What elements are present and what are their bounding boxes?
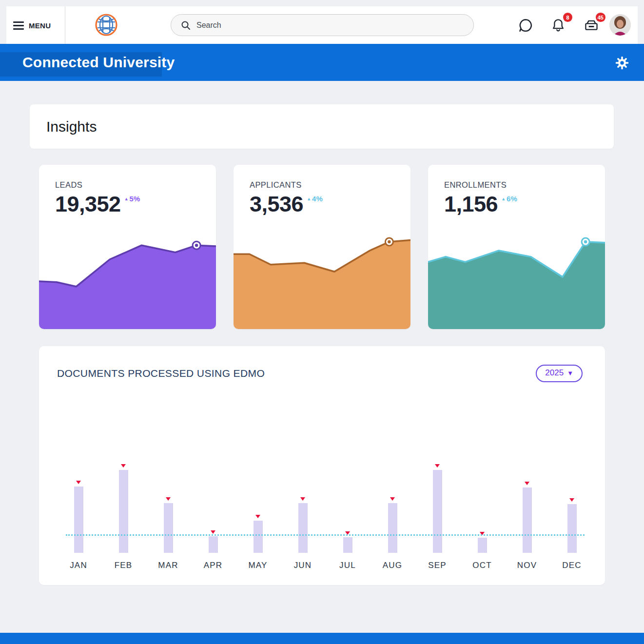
bottom-bar <box>0 633 644 644</box>
bar-label: JUL <box>339 561 356 570</box>
search-icon <box>181 20 191 30</box>
globe-logo <box>94 13 118 37</box>
bar-marker-icon <box>435 464 440 468</box>
bar-column-mar: MAR <box>156 497 181 570</box>
settings-button[interactable] <box>615 56 629 70</box>
bar-column-jan: JAN <box>66 481 91 570</box>
bar-feb <box>119 470 128 553</box>
kpi-value: 3,536 <box>250 193 303 215</box>
bar-marker-icon <box>390 497 395 501</box>
year-dropdown-value: 2025 <box>545 368 564 378</box>
documents-bar-chart: JANFEBMARAPRMAYJUNJULAUGSEPOCTNOVDEC <box>66 407 585 570</box>
bar-column-may: MAY <box>245 515 271 570</box>
bar-label: AUG <box>383 561 402 570</box>
topbar-divider <box>65 6 65 44</box>
page-title: Connected University <box>22 44 175 81</box>
bar-label: OCT <box>472 561 491 570</box>
bar-marker-icon <box>76 481 81 484</box>
bar-marker-icon <box>569 498 574 502</box>
gear-icon <box>615 56 629 70</box>
chat-icon <box>518 18 533 33</box>
kpi-delta: ▲6% <box>501 195 517 203</box>
user-avatar[interactable] <box>609 14 631 36</box>
bar-marker-icon <box>255 515 260 518</box>
menu-button[interactable]: MENU <box>13 18 57 33</box>
chat-button[interactable] <box>516 16 535 36</box>
bar-jul <box>343 537 352 553</box>
bar-nov <box>523 488 532 553</box>
bar-column-apr: APR <box>200 530 226 570</box>
bar-apr <box>209 536 218 553</box>
bar-dec <box>567 504 577 553</box>
bar-jun <box>298 503 308 553</box>
arrow-up-icon: ▲ <box>307 196 311 201</box>
notifications-badge: 8 <box>563 13 572 22</box>
bar-columns: JANFEBMARAPRMAYJUNJULAUGSEPOCTNOVDEC <box>66 407 585 570</box>
bar-column-jul: JUL <box>335 531 360 570</box>
kpi-label: APPLICANTS <box>250 180 410 190</box>
bar-column-jun: JUN <box>290 497 315 570</box>
kpi-row: LEADS 19,352 ▲5% APPLICANTS 3,536 ▲4% EN… <box>39 165 605 329</box>
bar-column-oct: OCT <box>469 532 495 570</box>
documents-chart-card: DOCUMENTS PROCESSED USING EDMO 2025 ▼ JA… <box>39 346 605 585</box>
bar-label: DEC <box>562 561 582 570</box>
kpi-card-applicants: APPLICANTS 3,536 ▲4% <box>234 165 410 329</box>
kpi-card-enrollments: ENROLLMENTS 1,156 ▲6% <box>428 165 605 329</box>
kpi-card-leads: LEADS 19,352 ▲5% <box>39 165 216 329</box>
bar-label: MAY <box>248 561 267 570</box>
bar-sep <box>433 470 442 553</box>
arrow-up-icon: ▲ <box>501 196 506 201</box>
kpi-label: LEADS <box>55 180 216 190</box>
page-header: Connected University <box>0 44 644 81</box>
bar-label: MAR <box>158 561 178 570</box>
bar-jan <box>74 487 83 553</box>
top-navigation-bar: MENU 8 <box>6 6 638 44</box>
search-input[interactable] <box>196 21 450 30</box>
documents-chart-title: DOCUMENTS PROCESSED USING EDMO <box>57 368 265 379</box>
year-dropdown[interactable]: 2025 ▼ <box>536 365 583 382</box>
bar-column-feb: FEB <box>111 464 136 570</box>
bar-oct <box>478 538 487 553</box>
kpi-value: 1,156 <box>444 193 498 215</box>
inbox-badge: 45 <box>596 13 605 22</box>
bar-label: FEB <box>115 561 133 570</box>
bar-marker-icon <box>525 482 529 485</box>
menu-label: MENU <box>29 21 51 30</box>
bar-marker-icon <box>166 497 171 501</box>
bar-label: JAN <box>70 561 87 570</box>
search-bar <box>171 14 474 36</box>
bar-marker-icon <box>211 530 215 534</box>
bar-mar <box>164 503 173 553</box>
enrollments-sparkline-chart <box>428 224 605 329</box>
bar-may <box>254 521 263 553</box>
bar-label: NOV <box>517 561 537 570</box>
bar-column-nov: NOV <box>514 482 540 570</box>
arrow-up-icon: ▲ <box>124 196 129 201</box>
kpi-label: ENROLLMENTS <box>444 180 605 190</box>
bar-marker-icon <box>121 464 126 468</box>
bar-aug <box>388 503 397 553</box>
bar-label: SEP <box>428 561 447 570</box>
kpi-delta: ▲5% <box>124 195 140 203</box>
insights-title: Insights <box>46 118 97 135</box>
applicants-sparkline-chart <box>234 224 410 329</box>
bar-marker-icon <box>300 497 305 501</box>
notifications-button[interactable]: 8 <box>548 16 568 36</box>
insights-card: Insights <box>30 104 614 149</box>
bar-column-sep: SEP <box>425 464 450 570</box>
bar-column-aug: AUG <box>380 497 405 570</box>
kpi-value: 19,352 <box>55 193 121 215</box>
chevron-down-icon: ▼ <box>567 370 573 377</box>
threshold-line <box>66 534 585 536</box>
leads-sparkline-chart <box>39 224 216 329</box>
hamburger-icon <box>13 21 24 30</box>
bar-label: APR <box>204 561 223 570</box>
bar-label: JUN <box>294 561 312 570</box>
kpi-delta: ▲4% <box>307 195 323 203</box>
inbox-button[interactable]: 45 <box>582 16 601 36</box>
